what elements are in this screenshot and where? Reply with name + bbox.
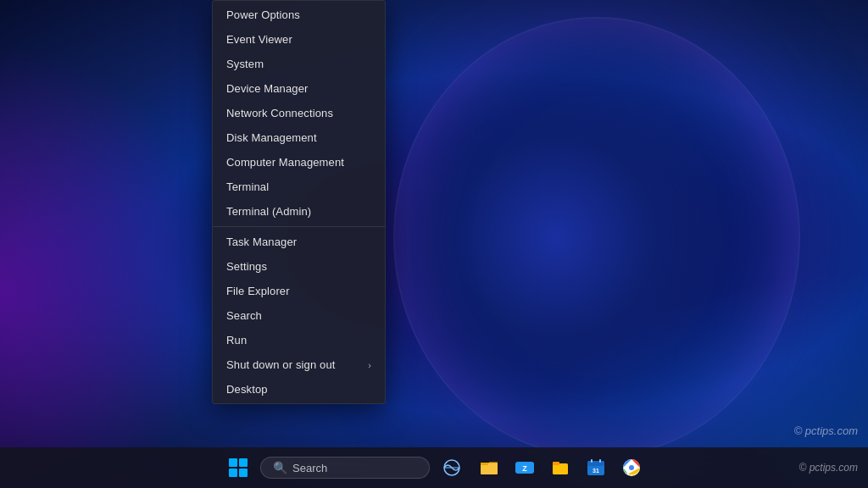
win-logo-pane-br: [239, 469, 248, 477]
svg-point-15: [629, 465, 634, 470]
menu-item-settings[interactable]: Settings: [213, 254, 385, 279]
menu-item-chevron-shut-down: ›: [368, 360, 371, 370]
taskbar-center: 🔍 Search Z: [221, 451, 647, 485]
menu-divider-8: [213, 226, 385, 227]
svg-rect-11: [599, 459, 601, 463]
menu-item-terminal-admin[interactable]: Terminal (Admin): [213, 199, 385, 224]
menu-item-power-options[interactable]: Power Options: [213, 3, 385, 27]
menu-item-label-task-manager: Task Manager: [226, 236, 297, 248]
calendar-taskbar-button[interactable]: 31: [581, 452, 611, 483]
menu-item-event-viewer[interactable]: Event Viewer: [213, 27, 385, 52]
win-logo-pane-tr: [239, 458, 248, 467]
svg-rect-10: [591, 459, 593, 463]
file-manager-taskbar-button[interactable]: [545, 452, 576, 483]
windows-start-button[interactable]: [221, 451, 255, 485]
menu-item-label-network-connections: Network Connections: [226, 107, 333, 119]
file-explorer-icon: [479, 458, 499, 478]
menu-item-computer-management[interactable]: Computer Management: [213, 150, 385, 175]
win-logo-pane-tl: [229, 458, 237, 467]
menu-item-system[interactable]: System: [213, 52, 385, 76]
menu-item-run[interactable]: Run: [213, 328, 385, 352]
menu-item-file-explorer[interactable]: File Explorer: [213, 279, 385, 303]
menu-item-label-device-manager: Device Manager: [226, 82, 308, 95]
menu-item-label-disk-management: Disk Management: [226, 131, 317, 144]
menu-item-shut-down[interactable]: Shut down or sign out›: [213, 352, 385, 377]
menu-item-device-manager[interactable]: Device Manager: [213, 76, 385, 101]
context-menu: Power OptionsEvent ViewerSystemDevice Ma…: [212, 0, 386, 404]
svg-text:31: 31: [593, 468, 599, 474]
file-explorer-taskbar-button[interactable]: [474, 452, 504, 483]
taskbar-search-icon: 🔍: [273, 461, 287, 474]
widgets-icon: [442, 458, 461, 477]
win-logo-pane-bl: [229, 469, 237, 477]
widgets-button[interactable]: [435, 451, 469, 485]
chrome-taskbar-button[interactable]: [616, 452, 647, 483]
zoom-icon: Z: [515, 458, 535, 478]
svg-rect-7: [553, 462, 559, 465]
watermark-tray: © pctips.com: [798, 462, 858, 474]
menu-item-disk-management[interactable]: Disk Management: [213, 125, 385, 150]
menu-item-label-event-viewer: Event Viewer: [226, 33, 292, 46]
windows-logo: [229, 458, 248, 477]
menu-item-label-run: Run: [226, 334, 247, 347]
menu-item-label-file-explorer: File Explorer: [226, 285, 290, 297]
svg-rect-9: [587, 461, 604, 466]
file-manager-icon: [550, 458, 570, 478]
menu-item-desktop[interactable]: Desktop: [213, 377, 385, 402]
menu-item-task-manager[interactable]: Task Manager: [213, 230, 385, 254]
menu-item-label-desktop: Desktop: [226, 383, 268, 396]
menu-item-label-computer-management: Computer Management: [226, 156, 344, 169]
menu-item-label-power-options: Power Options: [226, 8, 300, 21]
watermark: © pctips.com: [794, 424, 858, 437]
menu-item-search[interactable]: Search: [213, 303, 385, 328]
system-tray: © pctips.com: [798, 462, 858, 474]
calendar-icon: 31: [586, 458, 606, 478]
menu-item-label-terminal-admin: Terminal (Admin): [226, 205, 311, 218]
menu-item-label-terminal: Terminal: [226, 180, 269, 193]
menu-item-label-search: Search: [226, 309, 262, 322]
chrome-icon: [621, 458, 642, 478]
menu-item-label-system: System: [226, 58, 264, 70]
menu-item-label-shut-down: Shut down or sign out: [226, 358, 335, 371]
taskbar-search-button[interactable]: 🔍 Search: [260, 457, 430, 479]
zoom-taskbar-button[interactable]: Z: [509, 452, 540, 483]
menu-item-label-settings: Settings: [226, 260, 267, 273]
taskbar: 🔍 Search Z: [0, 447, 868, 488]
menu-item-network-connections[interactable]: Network Connections: [213, 101, 385, 125]
svg-rect-3: [481, 463, 488, 465]
desktop: [0, 0, 868, 488]
svg-text:Z: Z: [522, 464, 527, 473]
menu-item-terminal[interactable]: Terminal: [213, 175, 385, 199]
taskbar-search-label: Search: [292, 462, 327, 474]
